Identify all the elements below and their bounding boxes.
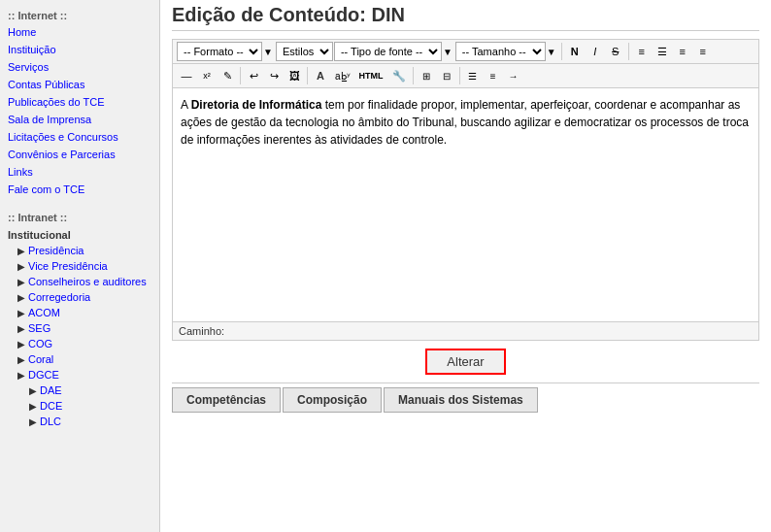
arrow-icon: ▶: [29, 416, 37, 427]
sidebar: :: Internet :: Home Instituição Serviços…: [0, 0, 160, 532]
image-icon: 🖼: [289, 70, 300, 82]
undo-button[interactable]: ↩: [244, 66, 263, 85]
tab-manuais[interactable]: Manuais dos Sistemas: [384, 387, 538, 413]
sidebar-item-seg[interactable]: ▶ SEG: [0, 320, 159, 336]
source-button[interactable]: 🔧: [388, 66, 410, 85]
arrow-icon: ▶: [17, 339, 25, 349]
rich-text-editor: -- Formato -- ▼ Estilos -- Tipo de fonte…: [172, 39, 759, 341]
separator: [561, 43, 562, 60]
format-select[interactable]: -- Formato --: [177, 42, 262, 61]
sidebar-item-links[interactable]: Links: [0, 163, 159, 181]
page-title: Edição de Conteúdo: DIN: [172, 4, 759, 31]
editor-content-area[interactable]: A Diretoria de Informática tem por final…: [173, 88, 758, 321]
separator: [459, 67, 460, 84]
arrow-icon: ▶: [17, 308, 25, 318]
arrow-icon: ▶: [17, 246, 25, 256]
content-bold-text: Diretoria de Informática: [191, 98, 322, 112]
superscript-button[interactable]: x²: [197, 66, 217, 85]
undo-icon: ↩: [250, 70, 258, 83]
sidebar-item-conselheiros[interactable]: ▶ Conselheiros e auditores: [0, 274, 159, 289]
arrow-icon: ▶: [17, 323, 25, 334]
align-center-button[interactable]: ☰: [653, 42, 672, 61]
source-icon: 🔧: [392, 70, 406, 83]
sidebar-item-licitacoes[interactable]: Licitações e Concursos: [0, 128, 159, 146]
image-button[interactable]: 🖼: [285, 66, 304, 85]
table-button[interactable]: ⊞: [417, 66, 436, 85]
toolbar-row-1: -- Formato -- ▼ Estilos -- Tipo de fonte…: [173, 40, 758, 64]
edit-icon: ✎: [223, 70, 232, 83]
align-right-button[interactable]: ≡: [673, 42, 692, 61]
sidebar-item-instituicao[interactable]: Instituição: [0, 41, 159, 58]
sidebar-item-acom[interactable]: ▶ ACOM: [0, 305, 159, 320]
table-icon: ⊞: [422, 71, 430, 82]
highlight-button[interactable]: ab̲ʸ: [331, 66, 354, 85]
separator: [240, 67, 241, 84]
align-left-button[interactable]: ≡: [632, 42, 652, 61]
internet-section-title: :: Internet ::: [0, 4, 159, 23]
bottom-tabs: Competências Composição Manuais dos Sist…: [172, 382, 759, 416]
html-button[interactable]: HTML: [355, 66, 387, 85]
chevron-down-icon: ▼: [263, 47, 273, 57]
font-color-icon: A: [317, 70, 324, 82]
chevron-down-icon: ▼: [443, 47, 453, 57]
arrow-icon: ▶: [29, 401, 37, 412]
sidebar-item-dgce[interactable]: ▶ DGCE: [0, 367, 159, 382]
redo-icon: ↪: [270, 70, 279, 83]
tab-composicao[interactable]: Composição: [283, 387, 382, 413]
sidebar-item-servicos[interactable]: Serviços: [0, 58, 159, 76]
table2-button[interactable]: ⊟: [437, 66, 456, 85]
tab-competencias[interactable]: Competências: [172, 387, 281, 413]
redo-button[interactable]: ↪: [264, 66, 284, 85]
main-content: Edição de Conteúdo: DIN -- Formato -- ▼ …: [160, 0, 771, 532]
edit-button[interactable]: ✎: [218, 66, 237, 85]
path-label: Caminho:: [179, 325, 224, 337]
justify-icon: ≡: [700, 46, 706, 57]
strikethrough-button[interactable]: S: [606, 42, 625, 61]
style-select[interactable]: Estilos: [276, 42, 333, 61]
intranet-section-title: :: Intranet ::: [0, 206, 159, 225]
ordered-list-button[interactable]: ≡: [484, 66, 503, 85]
size-select[interactable]: -- Tamanho --: [455, 42, 546, 61]
arrow-icon: ▶: [17, 370, 25, 381]
alterar-button[interactable]: Alterar: [425, 349, 505, 375]
format-button[interactable]: —: [177, 66, 196, 85]
sidebar-item-contas[interactable]: Contas Públicas: [0, 76, 159, 93]
justify-button[interactable]: ≡: [693, 42, 713, 61]
ordered-list-icon: ≡: [490, 71, 496, 82]
toolbar-row-2: — x² ✎ ↩ ↪ 🖼 A ab̲ʸ: [173, 64, 758, 88]
arrow-icon: ▶: [17, 261, 25, 272]
separator: [413, 67, 414, 84]
highlight-icon: ab̲ʸ: [335, 71, 351, 82]
arrow-icon: ▶: [17, 354, 25, 365]
sidebar-item-vice[interactable]: ▶ Vice Presidência: [0, 258, 159, 274]
sidebar-item-presidencia[interactable]: ▶ Presidência: [0, 243, 159, 258]
html-icon: HTML: [359, 71, 384, 81]
font-color-button[interactable]: A: [311, 66, 330, 85]
sidebar-item-publicacoes[interactable]: Publicações do TCE: [0, 93, 159, 111]
separator: [307, 67, 308, 84]
bold-button[interactable]: N: [565, 42, 585, 61]
sidebar-item-corregedoria[interactable]: ▶ Corregedoria: [0, 289, 159, 305]
sidebar-item-convenios[interactable]: Convênios e Parcerias: [0, 146, 159, 163]
sidebar-item-fale[interactable]: Fale com o TCE: [0, 181, 159, 198]
alterar-area: Alterar: [172, 341, 759, 382]
sidebar-item-home[interactable]: Home: [0, 23, 159, 41]
sidebar-item-cog[interactable]: ▶ COG: [0, 336, 159, 351]
font-select[interactable]: -- Tipo de fonte --: [334, 42, 442, 61]
indent-button[interactable]: →: [504, 66, 523, 85]
list-button[interactable]: ☰: [463, 66, 483, 85]
sidebar-item-dae[interactable]: ▶ DAE: [0, 382, 159, 398]
format-icon: —: [182, 70, 192, 82]
sidebar-item-imprensa[interactable]: Sala de Imprensa: [0, 111, 159, 128]
italic-button[interactable]: I: [586, 42, 605, 61]
arrow-icon: ▶: [17, 277, 25, 287]
indent-icon: →: [509, 71, 519, 82]
list-icon: ☰: [468, 71, 477, 82]
sidebar-item-dlc[interactable]: ▶ DLC: [0, 414, 159, 429]
sidebar-item-dce[interactable]: ▶ DCE: [0, 398, 159, 414]
arrow-icon: ▶: [17, 292, 25, 303]
arrow-icon: ▶: [29, 385, 37, 396]
institucional-label: Institucional: [0, 225, 159, 243]
content-text-a: A: [181, 98, 191, 112]
sidebar-item-coral[interactable]: ▶ Coral: [0, 351, 159, 367]
